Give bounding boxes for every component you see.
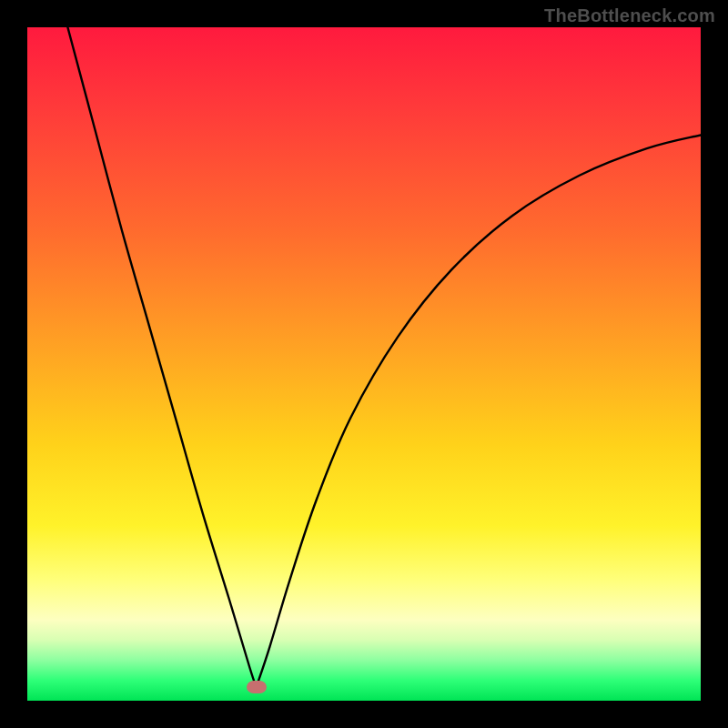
curve-right-branch xyxy=(257,135,701,687)
chart-frame: TheBottleneck.com xyxy=(0,0,728,728)
optimum-marker xyxy=(247,681,267,693)
plot-area xyxy=(27,27,701,701)
bottleneck-curve xyxy=(27,27,701,701)
curve-left-branch xyxy=(67,27,256,687)
watermark-text: TheBottleneck.com xyxy=(544,5,715,26)
